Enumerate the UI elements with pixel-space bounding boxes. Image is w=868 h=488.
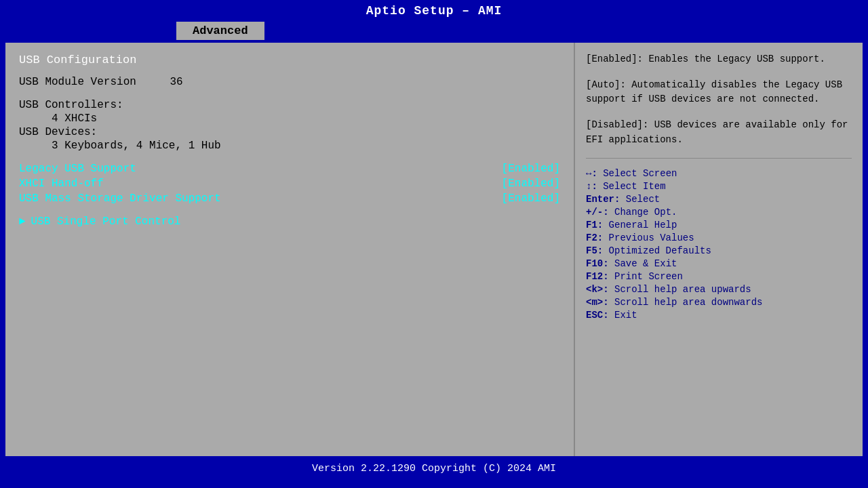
keybind-desc: Previous Values [609,232,694,243]
keybind-desc: Print Screen [614,271,683,282]
controllers-label: USB Controllers: [19,99,560,111]
keybind-desc: Select [626,194,660,205]
keybind-row: ↕: Select Item [586,181,852,192]
keybind-desc: Scroll help area upwards [614,284,751,295]
module-version-row: USB Module Version 36 [19,76,560,88]
nav-bar: Advanced [0,22,868,40]
keybinds-list: ↔: Select Screen↕: Select ItemEnter: Sel… [586,168,852,321]
keybind-row: F1: General Help [586,220,852,230]
keybind-key: F5: [586,245,609,256]
setting-label: USB Mass Storage Driver Support [19,192,221,205]
keybind-key: F12: [586,271,614,282]
help-text-block: [Enabled]: Enables the Legacy USB suppor… [586,52,852,147]
setting-row[interactable]: Legacy USB Support[Enabled] [19,163,560,175]
keybind-desc: Scroll help area downwards [614,297,762,308]
keybind-row: ↔: Select Screen [586,168,852,179]
keybind-row: Enter: Select [586,194,852,205]
keybind-desc: Optimized Defaults [609,245,711,256]
keybind-key: Enter: [586,194,626,205]
setting-value: [Enabled] [502,178,560,190]
devices-label: USB Devices: [19,126,560,138]
keybind-key: F10: [586,258,614,269]
setting-label: XHCI Hand-off [19,178,104,190]
help-text-line: [Disabled]: USB devices are available on… [586,118,852,147]
keybind-key: <m>: [586,297,614,308]
keybind-row: F5: Optimized Defaults [586,245,852,256]
left-panel: USB Configuration USB Module Version 36 … [5,43,575,456]
keybind-desc: Change Opt. [614,207,677,218]
title-bar: Aptio Setup – AMI [0,0,868,22]
controllers-value: 4 XHCIs [52,113,560,125]
keybind-row: <k>: Scroll help area upwards [586,284,852,295]
keybind-desc: Select Screen [603,168,677,179]
keybind-row: <m>: Scroll help area downwards [586,297,852,308]
submenu-row[interactable]: ► USB Single Port Control [19,216,560,228]
footer: Version 2.22.1290 Copyright (C) 2024 AMI [0,459,868,479]
keybind-key: ↕: [586,181,603,192]
keybind-key: ESC: [586,310,614,321]
keybind-desc: Exit [614,310,637,321]
divider [586,158,852,159]
setting-row[interactable]: XHCI Hand-off[Enabled] [19,178,560,190]
submenu-arrow-icon: ► [19,216,26,228]
setting-value: [Enabled] [502,163,560,175]
devices-value: 3 Keyboards, 4 Mice, 1 Hub [52,140,560,152]
setting-label: Legacy USB Support [19,163,136,175]
keybind-key: F1: [586,220,609,230]
footer-text: Version 2.22.1290 Copyright (C) 2024 AMI [312,463,556,474]
keybind-desc: Select Item [603,181,665,192]
setting-value: [Enabled] [502,192,560,205]
keybind-key: <k>: [586,284,614,295]
keybind-row: ESC: Exit [586,310,852,321]
module-version-value: 36 [170,76,182,88]
setting-row[interactable]: USB Mass Storage Driver Support[Enabled] [19,192,560,205]
keybind-key: ↔: [586,168,603,179]
right-panel: [Enabled]: Enables the Legacy USB suppor… [575,43,863,456]
main-content: USB Configuration USB Module Version 36 … [5,43,863,456]
keybind-row: F10: Save & Exit [586,258,852,269]
keybind-row: +/-: Change Opt. [586,207,852,218]
advanced-tab[interactable]: Advanced [176,22,264,40]
help-text-line: [Enabled]: Enables the Legacy USB suppor… [586,52,852,67]
keybind-desc: Save & Exit [614,258,677,269]
submenu-label: USB Single Port Control [31,216,181,228]
keybind-row: F12: Print Screen [586,271,852,282]
help-text-line: [Auto]: Automatically disables the Legac… [586,78,852,107]
keybind-desc: General Help [609,220,677,230]
settings-list: Legacy USB Support[Enabled]XHCI Hand-off… [19,163,560,205]
app-title: Aptio Setup – AMI [366,4,502,18]
keybind-key: F2: [586,232,609,243]
module-version-label: USB Module Version [19,76,136,88]
section-title: USB Configuration [19,54,560,66]
keybind-row: F2: Previous Values [586,232,852,243]
keybind-key: +/-: [586,207,614,218]
